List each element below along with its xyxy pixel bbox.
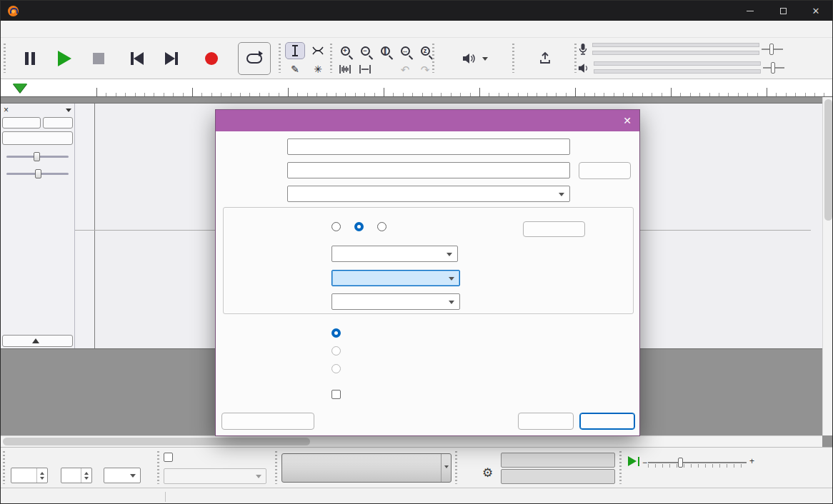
track-close-button[interactable]: × xyxy=(4,105,9,115)
radio-custom-mapping[interactable] xyxy=(377,222,386,231)
stop-button[interactable] xyxy=(82,42,115,75)
pan-thumb[interactable] xyxy=(35,169,41,178)
radio-current-selection[interactable] xyxy=(331,364,341,373)
record-button[interactable] xyxy=(195,42,228,75)
envelope-tool-button[interactable] xyxy=(308,42,328,59)
zoom-fit-button[interactable]: ↔ xyxy=(395,42,415,59)
toolbar-grip[interactable] xyxy=(455,451,457,484)
multi-tool-button[interactable]: ✳ xyxy=(308,61,328,78)
skip-to-start-button[interactable] xyxy=(121,42,154,75)
zoom-in-button[interactable]: + xyxy=(335,42,355,59)
selection-start-field[interactable] xyxy=(501,453,615,468)
export-button[interactable] xyxy=(579,413,635,430)
folder-input[interactable] xyxy=(287,162,570,178)
vertical-scrollbar[interactable] xyxy=(822,97,833,435)
vertical-ruler[interactable] xyxy=(75,104,95,348)
horizontal-scrollbar-thumb[interactable] xyxy=(3,438,310,445)
draw-tool-button[interactable]: ✎ xyxy=(285,61,305,78)
timesig-lower-select[interactable] xyxy=(104,468,141,483)
tempo-spinner[interactable] xyxy=(36,468,47,483)
audio-setup-button[interactable] xyxy=(438,42,512,75)
horizontal-scrollbar[interactable] xyxy=(1,435,822,447)
silence-audio-button[interactable] xyxy=(355,61,375,78)
configure-button[interactable] xyxy=(523,221,585,237)
solo-button[interactable] xyxy=(43,117,73,128)
audacity-window: ✕ ✎ ✳ + − ∥ ↔ z ↶ ↷ xyxy=(0,0,833,504)
trim-silence-checkbox[interactable] xyxy=(331,390,341,399)
toolbar-grip[interactable] xyxy=(279,44,281,73)
toolbar-grip[interactable] xyxy=(574,44,577,73)
zoom-out-icon: − xyxy=(361,46,370,56)
slider-thumb[interactable] xyxy=(771,62,775,74)
playhead-marker[interactable] xyxy=(13,84,27,93)
loop-button[interactable] xyxy=(238,42,271,75)
gain-thumb[interactable] xyxy=(34,152,40,161)
time-format-dropdown[interactable] xyxy=(441,454,451,482)
radio-stereo[interactable] xyxy=(354,222,364,231)
toolbar-grip[interactable] xyxy=(4,44,6,73)
close-button[interactable]: ✕ xyxy=(799,1,832,21)
undo-button[interactable]: ↶ xyxy=(395,61,415,78)
play-speed-slider[interactable] xyxy=(648,458,747,472)
zoom-out-button[interactable]: − xyxy=(355,42,375,59)
format-select[interactable] xyxy=(287,186,570,202)
vertical-scrollbar-thumb[interactable] xyxy=(824,99,832,221)
zoom-selection-button[interactable]: ∥ xyxy=(375,42,395,59)
share-audio-button[interactable] xyxy=(517,42,574,75)
samplerate-select[interactable] xyxy=(331,246,458,262)
maximize-button[interactable] xyxy=(767,1,799,21)
track-menu-icon[interactable] xyxy=(66,109,71,115)
track-select-button[interactable] xyxy=(2,335,73,347)
snap-mode-select[interactable] xyxy=(164,468,266,484)
play-at-speed-button[interactable] xyxy=(624,453,644,469)
slider-thumb[interactable] xyxy=(769,44,774,55)
trim-silence-row xyxy=(331,390,354,399)
pan-slider[interactable] xyxy=(5,163,70,179)
speaker-icon xyxy=(462,53,475,64)
selection-tool-button[interactable] xyxy=(285,42,305,59)
toolbar-grip[interactable] xyxy=(512,44,514,73)
edit-metadata-button[interactable] xyxy=(221,413,314,430)
mute-button[interactable] xyxy=(2,117,41,128)
bitrate-mode-select[interactable] xyxy=(331,270,460,286)
filename-input[interactable] xyxy=(287,138,570,155)
multi-tool-icon: ✳ xyxy=(314,64,322,74)
toolbar-grip[interactable] xyxy=(3,451,5,484)
timeline-ruler[interactable] xyxy=(1,79,832,97)
timesig-upper-spinner[interactable] xyxy=(81,468,91,483)
radio-mono[interactable] xyxy=(331,222,341,231)
selection-end-field[interactable] xyxy=(501,469,615,484)
playback-meter[interactable] xyxy=(578,59,822,76)
timesig-upper-input[interactable] xyxy=(61,468,92,483)
tempo-input[interactable] xyxy=(11,468,48,483)
dialog-close-button[interactable]: ✕ xyxy=(615,110,639,131)
cancel-button[interactable] xyxy=(518,413,574,430)
toolbar-grip[interactable] xyxy=(432,44,434,73)
radio-multiple-files[interactable] xyxy=(331,346,341,356)
toolbar-grip[interactable] xyxy=(619,451,622,484)
redo-icon: ↷ xyxy=(421,64,430,75)
gear-icon[interactable]: ⚙ xyxy=(482,467,493,479)
speed-slider-thumb[interactable] xyxy=(678,458,683,468)
dialog-titlebar[interactable]: ✕ xyxy=(216,110,639,131)
audio-position-display[interactable] xyxy=(281,453,452,483)
playback-volume-slider[interactable] xyxy=(763,61,784,74)
gain-slider[interactable] xyxy=(5,146,70,162)
toolbar-grip[interactable] xyxy=(157,451,159,484)
quality-select[interactable] xyxy=(331,293,460,310)
effects-button[interactable] xyxy=(2,131,73,145)
trim-audio-button[interactable] xyxy=(335,61,355,78)
radio-full-project[interactable] xyxy=(331,328,341,338)
pause-button[interactable] xyxy=(14,42,46,75)
minimize-button[interactable] xyxy=(734,1,767,21)
play-button[interactable] xyxy=(48,42,81,75)
snap-checkbox[interactable] xyxy=(164,453,173,462)
play-icon xyxy=(58,51,71,66)
skip-to-end-button[interactable] xyxy=(155,42,188,75)
toolbar-grip[interactable] xyxy=(275,451,277,484)
close-icon: ✕ xyxy=(623,115,632,126)
record-meter[interactable] xyxy=(578,41,822,58)
toolbar-grip[interactable] xyxy=(330,44,332,73)
record-volume-slider[interactable] xyxy=(762,43,783,56)
browse-button[interactable] xyxy=(579,162,631,179)
